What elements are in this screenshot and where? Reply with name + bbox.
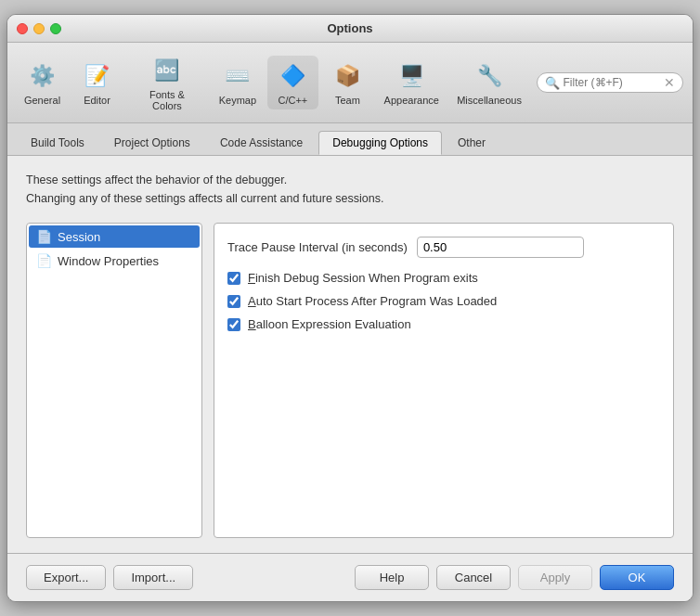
team-icon: 📦 — [331, 59, 364, 93]
toolbar-label-fonts-colors: Fonts & Colors — [134, 89, 201, 111]
maximize-button[interactable] — [50, 23, 61, 34]
window-file-icon: 📄 — [36, 253, 52, 268]
description-line1: These settings affect the behavior of th… — [26, 171, 674, 189]
close-button[interactable] — [17, 23, 28, 34]
left-panel: 📄 Session 📄 Window Properties — [26, 223, 202, 538]
trace-pause-row: Trace Pause Interval (in seconds) — [227, 237, 660, 258]
description-line2: Changing any of these settings affects a… — [26, 189, 674, 208]
search-input[interactable] — [564, 76, 660, 89]
titlebar: Options — [7, 15, 693, 43]
options-window: Options ⚙️ General 📝 Editor 🔤 Fonts & Co… — [6, 14, 694, 602]
tab-build-tools[interactable]: Build Tools — [17, 131, 98, 155]
apply-button[interactable]: Apply — [518, 565, 592, 590]
toolbar-item-team[interactable]: 📦 Team — [322, 56, 373, 109]
toolbar-label-cpp: C/C++ — [278, 95, 307, 106]
bottom-bar: Export... Import... Help Cancel Apply OK — [7, 553, 693, 601]
tree-item-session-label: Session — [58, 230, 100, 244]
tab-other[interactable]: Other — [444, 131, 499, 155]
bottom-bar-right: Help Cancel Apply OK — [355, 565, 674, 590]
bottom-bar-left: Export... Import... — [26, 565, 193, 590]
cancel-button[interactable]: Cancel — [436, 565, 511, 590]
toolbar-item-keymap[interactable]: ⌨️ Keymap — [212, 56, 264, 109]
toolbar-label-team: Team — [335, 95, 360, 106]
tab-debugging-options[interactable]: Debugging Options — [318, 131, 442, 155]
auto-start-checkbox[interactable] — [227, 295, 240, 308]
editor-icon: 📝 — [81, 59, 114, 93]
toolbar-label-editor: Editor — [84, 95, 110, 106]
traffic-lights — [17, 23, 61, 34]
search-box[interactable]: 🔍 ✕ — [537, 72, 683, 93]
toolbar-item-editor[interactable]: 📝 Editor — [71, 56, 123, 109]
export-button[interactable]: Export... — [26, 565, 106, 590]
toolbar: ⚙️ General 📝 Editor 🔤 Fonts & Colors ⌨️ … — [7, 43, 693, 123]
toolbar-item-cpp[interactable]: 🔷 C/C++ — [267, 56, 318, 109]
finish-debug-row[interactable]: Finish Debug Session When Program exits — [227, 271, 660, 285]
toolbar-label-general: General — [24, 95, 60, 106]
import-button[interactable]: Import... — [113, 565, 193, 590]
trace-pause-input[interactable] — [417, 237, 584, 258]
cpp-icon: 🔷 — [276, 59, 309, 93]
finish-debug-checkbox[interactable] — [227, 272, 240, 285]
toolbar-label-miscellaneous: Miscellaneous — [457, 95, 522, 106]
finish-debug-label: Finish Debug Session When Program exits — [248, 271, 478, 285]
panels: 📄 Session 📄 Window Properties Trace Paus… — [26, 223, 674, 538]
ok-button[interactable]: OK — [600, 565, 674, 590]
tab-code-assistance[interactable]: Code Assistance — [206, 131, 317, 155]
balloon-expr-label: Balloon Expression Evaluation — [248, 317, 411, 331]
general-icon: ⚙️ — [26, 59, 59, 93]
tree-item-window-properties[interactable]: 📄 Window Properties — [29, 250, 200, 272]
tree-item-session[interactable]: 📄 Session — [29, 225, 200, 248]
auto-start-label: Auto Start Process After Program Was Loa… — [248, 294, 497, 308]
description: These settings affect the behavior of th… — [26, 171, 674, 208]
window-title: Options — [327, 21, 372, 35]
balloon-expr-checkbox[interactable] — [227, 318, 240, 331]
toolbar-item-appearance[interactable]: 🖥️ Appearance — [377, 56, 447, 109]
fonts-colors-icon: 🔤 — [150, 54, 184, 87]
miscellaneous-icon: 🔧 — [473, 59, 506, 93]
right-panel: Trace Pause Interval (in seconds) Finish… — [214, 223, 674, 538]
tab-project-options[interactable]: Project Options — [100, 131, 204, 155]
help-button[interactable]: Help — [355, 565, 429, 590]
balloon-expr-row[interactable]: Balloon Expression Evaluation — [227, 317, 660, 331]
toolbar-label-keymap: Keymap — [219, 95, 256, 106]
search-clear-icon[interactable]: ✕ — [664, 75, 675, 90]
tree-item-window-label: Window Properties — [58, 254, 159, 268]
session-file-icon: 📄 — [36, 229, 52, 244]
minimize-button[interactable] — [33, 23, 45, 34]
search-icon: 🔍 — [545, 76, 560, 90]
main-content: These settings affect the behavior of th… — [7, 156, 693, 553]
toolbar-item-general[interactable]: ⚙️ General — [17, 56, 68, 109]
tabs-bar: Build Tools Project Options Code Assista… — [7, 123, 693, 156]
trace-pause-label: Trace Pause Interval (in seconds) — [227, 240, 408, 254]
appearance-icon: 🖥️ — [395, 59, 428, 93]
keymap-icon: ⌨️ — [221, 59, 254, 93]
auto-start-row[interactable]: Auto Start Process After Program Was Loa… — [227, 294, 660, 308]
toolbar-item-miscellaneous[interactable]: 🔧 Miscellaneous — [450, 56, 529, 109]
toolbar-item-fonts-colors[interactable]: 🔤 Fonts & Colors — [126, 50, 208, 115]
toolbar-label-appearance: Appearance — [384, 95, 439, 106]
